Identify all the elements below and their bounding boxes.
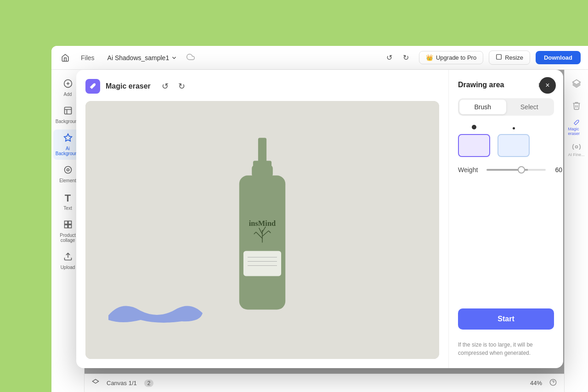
svg-rect-21 — [243, 251, 281, 276]
brush-preview-small — [498, 134, 530, 157]
modal-overlay: × Magic eraser ↺ ↻ — [51, 46, 588, 392]
weight-value: 60 — [551, 166, 562, 174]
panel-spacer — [458, 183, 554, 299]
modal-canvas-area: Magic eraser ↺ ↻ — [76, 70, 448, 368]
start-button[interactable]: Start — [458, 308, 554, 330]
modal-redo-button[interactable]: ↻ — [175, 79, 189, 94]
magic-eraser-modal: × Magic eraser ↺ ↻ — [76, 70, 563, 368]
brush-option-large[interactable] — [458, 125, 490, 157]
magic-eraser-tool-icon — [85, 79, 100, 94]
brush-toggle-button[interactable]: Brush — [459, 100, 506, 114]
brush-preview-large — [458, 134, 490, 157]
modal-close-button[interactable]: × — [539, 77, 556, 94]
weight-slider[interactable] — [486, 169, 546, 171]
brush-options — [458, 125, 554, 157]
product-bottle-svg: insMind — [212, 134, 313, 326]
select-toggle-button[interactable]: Select — [506, 100, 553, 114]
editor-window: Files Ai Shadows_sample1 ↺ ↻ 👑 Upgrade t… — [51, 46, 588, 392]
weight-label: Weight — [458, 166, 481, 174]
modal-undo-button[interactable]: ↺ — [158, 79, 173, 94]
modal-image-area[interactable]: insMind — [85, 101, 439, 359]
bottle-container: insMind — [85, 101, 439, 359]
brush-option-small[interactable] — [498, 127, 530, 157]
modal-undo-redo: ↺ ↻ — [158, 79, 189, 94]
panel-note: If the size is too large, it will be com… — [458, 341, 554, 357]
panel-title: Drawing area — [458, 81, 504, 89]
svg-rect-17 — [258, 138, 266, 163]
modal-toolbar: Magic eraser ↺ ↻ — [85, 79, 439, 94]
brush-dot-small — [513, 127, 515, 129]
brush-dot-large — [472, 125, 476, 129]
tool-toggle-group: Brush Select — [458, 98, 554, 116]
svg-text:insMind: insMind — [249, 219, 276, 228]
weight-row: Weight 60 — [458, 166, 554, 174]
brush-stroke-overlay — [104, 290, 205, 327]
modal-right-panel: Drawing area Reset Brush Select — [448, 70, 563, 368]
close-icon: × — [545, 81, 549, 90]
modal-tool-label: Magic eraser — [106, 82, 151, 90]
